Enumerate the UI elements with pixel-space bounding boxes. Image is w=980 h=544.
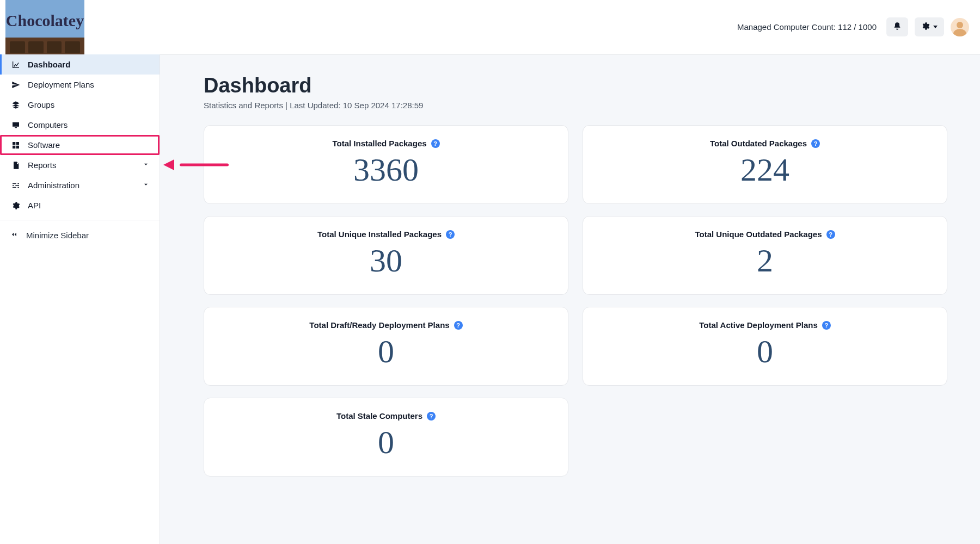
page-title: Dashboard bbox=[204, 74, 947, 97]
notifications-button[interactable] bbox=[886, 17, 908, 36]
brand-logo[interactable]: Chocolatey bbox=[5, 0, 84, 57]
minimize-sidebar-button[interactable]: Minimize Sidebar bbox=[0, 225, 160, 246]
sidebar-item-label: API bbox=[28, 201, 41, 210]
card-value: 0 bbox=[215, 335, 557, 369]
card-value: 0 bbox=[215, 425, 557, 460]
card-value: 3360 bbox=[215, 153, 557, 187]
sidebar-item-api[interactable]: API bbox=[0, 195, 160, 215]
help-icon[interactable]: ? bbox=[427, 412, 436, 421]
divider bbox=[0, 220, 160, 220]
help-icon[interactable]: ? bbox=[822, 321, 831, 330]
card-draft-ready-plans: Total Draft/Ready Deployment Plans ? 0 bbox=[204, 307, 568, 386]
sidebar-item-computers[interactable]: Computers bbox=[0, 115, 160, 135]
stats-grid: Total Installed Packages ? 3360 Total Ou… bbox=[204, 125, 947, 477]
gear-icon bbox=[11, 201, 20, 210]
sidebar-item-deployment-plans[interactable]: Deployment Plans bbox=[0, 75, 160, 95]
grid-icon bbox=[11, 141, 20, 150]
help-icon[interactable]: ? bbox=[811, 139, 820, 148]
sidebar-item-label: Dashboard bbox=[28, 60, 70, 69]
chevrons-left-icon bbox=[10, 230, 19, 240]
sidebar-item-label: Deployment Plans bbox=[28, 80, 94, 89]
help-icon[interactable]: ? bbox=[431, 139, 440, 148]
card-title: Total Outdated Packages bbox=[710, 139, 807, 148]
card-value: 30 bbox=[215, 244, 557, 278]
sidebar-item-label: Groups bbox=[28, 100, 54, 109]
managed-count: Managed Computer Count: 112 / 1000 bbox=[737, 22, 877, 32]
sidebar-item-software[interactable]: Software bbox=[0, 135, 160, 155]
bell-icon bbox=[893, 22, 902, 32]
card-value: 224 bbox=[594, 153, 936, 187]
card-title: Total Active Deployment Plans bbox=[699, 320, 818, 330]
card-unique-outdated-packages: Total Unique Outdated Packages ? 2 bbox=[583, 216, 947, 295]
sidebar-item-label: Computers bbox=[28, 120, 68, 129]
help-icon[interactable]: ? bbox=[446, 230, 455, 239]
sliders-icon bbox=[11, 181, 20, 190]
sidebar-item-administration[interactable]: Administration bbox=[0, 175, 160, 195]
sidebar-item-label: Administration bbox=[28, 181, 79, 190]
card-title: Total Stale Computers bbox=[336, 411, 422, 421]
settings-menu-button[interactable] bbox=[915, 17, 944, 36]
card-unique-installed-packages: Total Unique Installed Packages ? 30 bbox=[204, 216, 568, 295]
page-subtitle: Statistics and Reports | Last Updated: 1… bbox=[204, 101, 947, 110]
chevron-down-icon bbox=[933, 26, 938, 28]
sidebar-item-dashboard[interactable]: Dashboard bbox=[0, 54, 160, 75]
topbar-right: Managed Computer Count: 112 / 1000 bbox=[737, 17, 969, 36]
card-title: Total Unique Installed Packages bbox=[317, 230, 442, 239]
sidebar: Dashboard Deployment Plans Groups Comput… bbox=[0, 54, 160, 544]
card-stale-computers: Total Stale Computers ? 0 bbox=[204, 398, 568, 477]
gear-icon bbox=[921, 22, 930, 32]
card-title: Total Unique Outdated Packages bbox=[695, 230, 822, 239]
card-installed-packages: Total Installed Packages ? 3360 bbox=[204, 125, 568, 204]
brand-name: Chocolatey bbox=[6, 11, 84, 30]
help-icon[interactable]: ? bbox=[826, 230, 835, 239]
help-icon[interactable]: ? bbox=[454, 321, 463, 330]
sidebar-item-label: Software bbox=[28, 140, 60, 150]
card-title: Total Installed Packages bbox=[332, 139, 426, 148]
card-value: 0 bbox=[594, 335, 936, 369]
sidebar-item-groups[interactable]: Groups bbox=[0, 95, 160, 115]
paper-plane-icon bbox=[11, 81, 20, 89]
monitor-icon bbox=[11, 121, 20, 129]
minimize-label: Minimize Sidebar bbox=[26, 231, 89, 240]
user-avatar-button[interactable] bbox=[951, 18, 969, 36]
file-icon bbox=[11, 161, 20, 170]
card-outdated-packages: Total Outdated Packages ? 224 bbox=[583, 125, 947, 204]
chevron-down-icon bbox=[142, 181, 150, 190]
card-active-plans: Total Active Deployment Plans ? 0 bbox=[583, 307, 947, 386]
chevron-down-icon bbox=[142, 160, 150, 170]
sidebar-item-reports[interactable]: Reports bbox=[0, 155, 160, 175]
sidebar-item-label: Reports bbox=[28, 160, 57, 170]
card-title: Total Draft/Ready Deployment Plans bbox=[309, 320, 449, 330]
main-content: Dashboard Statistics and Reports | Last … bbox=[160, 54, 980, 544]
layers-icon bbox=[11, 101, 20, 109]
topbar: Chocolatey Managed Computer Count: 112 /… bbox=[0, 0, 980, 54]
card-value: 2 bbox=[594, 244, 936, 278]
chart-line-icon bbox=[11, 60, 20, 69]
